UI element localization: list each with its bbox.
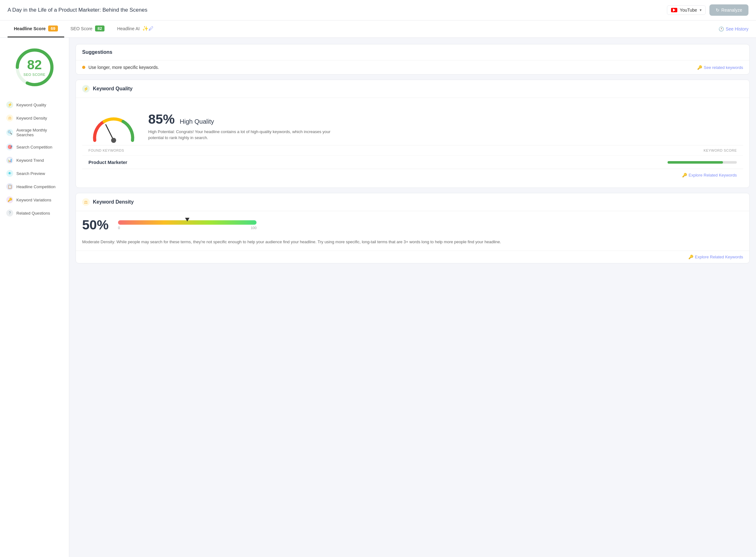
seo-score-badge: 82 bbox=[95, 26, 105, 31]
sidebar: 82 SEO SCORE ⚡ Keyword Quality ⚖ Keyword… bbox=[0, 38, 69, 557]
kw-bar-fill bbox=[668, 161, 723, 164]
seo-score-circle: 82 SEO SCORE bbox=[12, 45, 57, 89]
suggestion-dot bbox=[82, 66, 85, 69]
gauge-section: 85% High Quality High Potential: Congrat… bbox=[82, 104, 743, 145]
sidebar-item-keyword-density[interactable]: ⚖ Keyword Density bbox=[0, 111, 69, 125]
sidebar-item-search-competition[interactable]: 🎯 Search Competition bbox=[0, 140, 69, 153]
scale-min: 0 bbox=[118, 226, 120, 230]
nav-label-related-questions: Related Questions bbox=[17, 211, 50, 215]
keyword-density-header: ⚖ Keyword Density bbox=[76, 193, 749, 211]
nav-label-keyword-variations: Keyword Variations bbox=[17, 198, 51, 202]
main-layout: 82 SEO SCORE ⚡ Keyword Quality ⚖ Keyword… bbox=[0, 38, 756, 557]
gauge-visual bbox=[88, 111, 139, 142]
avg-monthly-icon: 🔍 bbox=[6, 129, 13, 136]
top-header: A Day in the Life of a Product Marketer:… bbox=[0, 0, 756, 21]
seo-score-label: SEO Score bbox=[70, 26, 92, 31]
nav-label-keyword-trend: Keyword Trend bbox=[17, 158, 44, 163]
keyword-quality-card: ⚡ Keyword Quality bbox=[76, 80, 750, 188]
headline-ai-label: Headline AI bbox=[117, 26, 140, 31]
youtube-icon bbox=[671, 8, 677, 12]
headline-score-badge: 69 bbox=[48, 26, 58, 31]
nav-list: ⚡ Keyword Quality ⚖ Keyword Density 🔍 Av… bbox=[0, 98, 69, 219]
platform-selector[interactable]: YouTube ▾ bbox=[667, 5, 706, 15]
tab-bar: Headline Score 69 SEO Score 82 Headline … bbox=[0, 21, 756, 38]
sidebar-item-keyword-variations[interactable]: 🔑 Keyword Variations bbox=[0, 193, 69, 206]
header-right: YouTube ▾ ↻ Reanalyze bbox=[667, 4, 749, 16]
keyword-quality-icon: ⚡ bbox=[6, 101, 13, 108]
density-explore-icon: 🔑 bbox=[688, 255, 693, 259]
scale-max: 100 bbox=[251, 226, 257, 230]
keyword-density-title: Keyword Density bbox=[93, 199, 134, 205]
spin-icon: ↻ bbox=[716, 7, 720, 12]
suggestion-item: Use longer, more specific keywords. 🔑 Se… bbox=[76, 60, 749, 74]
search-preview-icon: 👁 bbox=[6, 170, 13, 177]
suggestion-left: Use longer, more specific keywords. bbox=[82, 65, 159, 70]
density-description: Moderate Density: While people may searc… bbox=[76, 239, 749, 251]
sidebar-item-keyword-quality[interactable]: ⚡ Keyword Quality bbox=[0, 98, 69, 111]
keyword-quality-body: 85% High Quality High Potential: Congrat… bbox=[76, 98, 749, 187]
tabs: Headline Score 69 SEO Score 82 Headline … bbox=[7, 21, 160, 37]
density-value: 50% bbox=[82, 217, 109, 233]
see-related-keywords-link[interactable]: 🔑 See related keywords bbox=[697, 65, 743, 70]
sidebar-item-keyword-trend[interactable]: 📊 Keyword Trend bbox=[0, 153, 69, 167]
kw-bar-container bbox=[668, 161, 737, 164]
tab-headline-ai[interactable]: Headline AI ✨🖊 bbox=[111, 21, 160, 37]
keyword-quality-card-icon: ⚡ bbox=[82, 85, 90, 92]
suggestions-card: Suggestions Use longer, more specific ke… bbox=[76, 44, 750, 75]
gauge-info: 85% High Quality High Potential: Congrat… bbox=[148, 112, 337, 141]
found-keywords-label: FOUND KEYWORDS bbox=[88, 149, 124, 152]
keyword-density-card-icon: ⚖ bbox=[82, 198, 90, 206]
sidebar-item-related-questions[interactable]: ? Related Questions bbox=[0, 206, 69, 219]
reanalyze-button[interactable]: ↻ Reanalyze bbox=[709, 4, 749, 16]
nav-label-search-preview: Search Preview bbox=[17, 171, 45, 176]
density-pointer bbox=[185, 218, 190, 222]
suggestions-title: Suggestions bbox=[82, 50, 112, 55]
density-slider: 0 100 bbox=[118, 220, 257, 230]
nav-label-search-competition: Search Competition bbox=[17, 145, 52, 149]
svg-point-3 bbox=[111, 138, 116, 143]
quality-description: High Potential: Congrats! Your headline … bbox=[148, 129, 337, 141]
seo-score-label: SEO SCORE bbox=[24, 73, 46, 77]
keywords-table: FOUND KEYWORDS KEYWORD SCORE Product Mar… bbox=[82, 145, 743, 181]
keyword-score-label: KEYWORD SCORE bbox=[703, 149, 737, 152]
headline-score-label: Headline Score bbox=[14, 26, 46, 31]
headline-title: A Day in the Life of a Product Marketer:… bbox=[7, 7, 147, 13]
nav-label-keyword-quality: Keyword Quality bbox=[17, 102, 46, 107]
search-competition-icon: 🎯 bbox=[6, 144, 13, 150]
density-layout: 50% 0 100 bbox=[76, 211, 749, 239]
see-history-link[interactable]: 🕐 See History bbox=[719, 26, 749, 31]
suggestions-header: Suggestions bbox=[76, 45, 749, 60]
svg-line-2 bbox=[106, 125, 114, 140]
quality-label: High Quality bbox=[180, 118, 214, 125]
tab-headline-score[interactable]: Headline Score 69 bbox=[7, 21, 64, 37]
sidebar-item-search-preview[interactable]: 👁 Search Preview bbox=[0, 167, 69, 180]
nav-label-keyword-density: Keyword Density bbox=[17, 116, 47, 120]
keyword-quality-title: Keyword Quality bbox=[93, 86, 133, 92]
keyword-name: Product Marketer bbox=[88, 159, 127, 165]
density-slider-wrapper: 0 100 bbox=[118, 220, 743, 230]
chevron-down-icon: ▾ bbox=[700, 8, 702, 12]
keyword-quality-header: ⚡ Keyword Quality bbox=[76, 80, 749, 98]
kw-bar-bg bbox=[668, 161, 737, 164]
explore-keywords-link[interactable]: 🔑 Explore Related Keywords bbox=[82, 169, 743, 181]
sidebar-item-avg-monthly[interactable]: 🔍 Average Monthly Searches bbox=[0, 125, 69, 140]
tab-seo-score[interactable]: SEO Score 82 bbox=[64, 21, 111, 37]
main-content: Suggestions Use longer, more specific ke… bbox=[69, 38, 756, 557]
explore-icon: 🔑 bbox=[682, 173, 687, 177]
history-icon: 🕐 bbox=[719, 26, 724, 31]
sidebar-item-headline-competition[interactable]: 📋 Headline Competition bbox=[0, 180, 69, 193]
keyword-density-icon: ⚖ bbox=[6, 115, 13, 121]
density-scale: 0 100 bbox=[118, 226, 257, 230]
keyword-variations-icon: 🔑 bbox=[6, 196, 13, 203]
keyword-density-card: ⚖ Keyword Density 50% 0 100 Moderate bbox=[76, 193, 750, 263]
gauge-percentage: 85% bbox=[148, 112, 175, 127]
related-questions-icon: ? bbox=[6, 210, 13, 216]
seo-score-number: 82 bbox=[24, 58, 46, 71]
kw-table-header: FOUND KEYWORDS KEYWORD SCORE bbox=[82, 145, 743, 155]
platform-name: YouTube bbox=[680, 7, 697, 12]
keyword-trend-icon: 📊 bbox=[6, 157, 13, 164]
key-icon: 🔑 bbox=[697, 65, 702, 70]
density-explore-link[interactable]: 🔑 Explore Related Keywords bbox=[76, 251, 749, 263]
table-row: Product Marketer bbox=[82, 155, 743, 169]
nav-label-headline-competition: Headline Competition bbox=[17, 184, 55, 189]
